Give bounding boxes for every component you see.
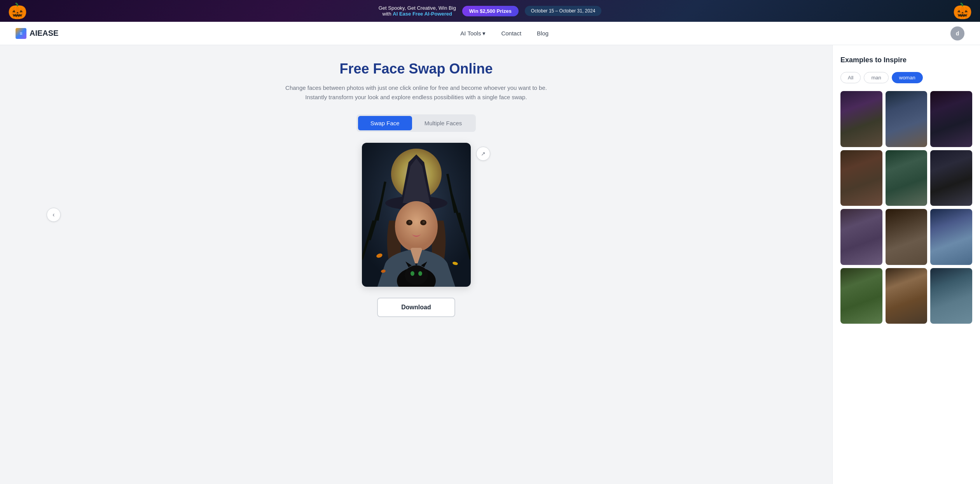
list-item[interactable] bbox=[840, 268, 882, 324]
main-image bbox=[362, 143, 471, 287]
list-item[interactable] bbox=[930, 268, 972, 324]
filter-woman[interactable]: woman bbox=[892, 72, 923, 83]
chevron-down-icon: ▾ bbox=[482, 30, 486, 37]
user-avatar[interactable]: d bbox=[950, 26, 964, 40]
filter-tabs: All man woman bbox=[840, 72, 972, 83]
prize-button[interactable]: Win $2,500 Prizes bbox=[462, 6, 519, 16]
sidebar-title: Examples to Inspire bbox=[840, 56, 972, 64]
list-item[interactable] bbox=[840, 150, 882, 206]
promo-banner: 🎃 Get Spooky, Get Creative, Win Big with… bbox=[0, 0, 980, 22]
page-subtitle: Change faces between photos with just on… bbox=[280, 83, 552, 102]
image-grid bbox=[840, 91, 972, 324]
download-section: Download bbox=[23, 298, 809, 317]
navigation: ≡ AIEASE AI Tools ▾ Contact Blog d bbox=[0, 22, 980, 45]
page-title: Free Face Swap Online bbox=[23, 61, 809, 77]
tab-swap-face[interactable]: Swap Face bbox=[358, 116, 412, 130]
nav-contact[interactable]: Contact bbox=[501, 30, 521, 37]
svg-point-12 bbox=[418, 271, 422, 276]
svg-point-10 bbox=[405, 265, 428, 285]
share-icon: ↗ bbox=[481, 151, 486, 157]
list-item[interactable] bbox=[840, 209, 882, 265]
list-item[interactable] bbox=[930, 150, 972, 206]
image-area: ‹ bbox=[23, 143, 809, 287]
filter-all[interactable]: All bbox=[840, 72, 861, 83]
filter-man[interactable]: man bbox=[864, 72, 888, 83]
nav-right: d bbox=[950, 26, 964, 40]
logo-text: AIEASE bbox=[30, 29, 58, 38]
banner-date: October 15 – October 31, 2024 bbox=[525, 6, 601, 16]
list-item[interactable] bbox=[886, 150, 928, 206]
download-button[interactable]: Download bbox=[377, 298, 455, 317]
banner-text: Get Spooky, Get Creative, Win Big with A… bbox=[379, 5, 456, 17]
tab-multiple-faces[interactable]: Multiple Faces bbox=[412, 116, 475, 130]
svg-point-3 bbox=[395, 201, 438, 252]
svg-point-7 bbox=[423, 221, 425, 223]
list-item[interactable] bbox=[886, 268, 928, 324]
nav-blog[interactable]: Blog bbox=[537, 30, 549, 37]
list-item[interactable] bbox=[930, 209, 972, 265]
pumpkin-left-icon: 🎃 bbox=[8, 2, 27, 20]
prev-arrow-button[interactable]: ‹ bbox=[47, 208, 61, 222]
content-area: Free Face Swap Online Change faces betwe… bbox=[0, 45, 832, 484]
share-button[interactable]: ↗ bbox=[476, 147, 490, 161]
main-container: Free Face Swap Online Change faces betwe… bbox=[0, 45, 980, 484]
nav-ai-tools[interactable]: AI Tools ▾ bbox=[460, 30, 486, 37]
list-item[interactable] bbox=[840, 91, 882, 147]
logo-icon: ≡ bbox=[16, 28, 26, 39]
list-item[interactable] bbox=[886, 91, 928, 147]
svg-point-6 bbox=[409, 221, 411, 223]
list-item[interactable] bbox=[886, 209, 928, 265]
nav-links: AI Tools ▾ Contact Blog bbox=[460, 30, 549, 37]
tab-group: Swap Face Multiple Faces bbox=[356, 114, 476, 132]
svg-point-11 bbox=[411, 271, 414, 276]
logo[interactable]: ≡ AIEASE bbox=[16, 28, 58, 39]
sidebar: Examples to Inspire All man woman bbox=[832, 45, 980, 484]
list-item[interactable] bbox=[930, 91, 972, 147]
pumpkin-right-icon: 🎃 bbox=[953, 2, 972, 20]
